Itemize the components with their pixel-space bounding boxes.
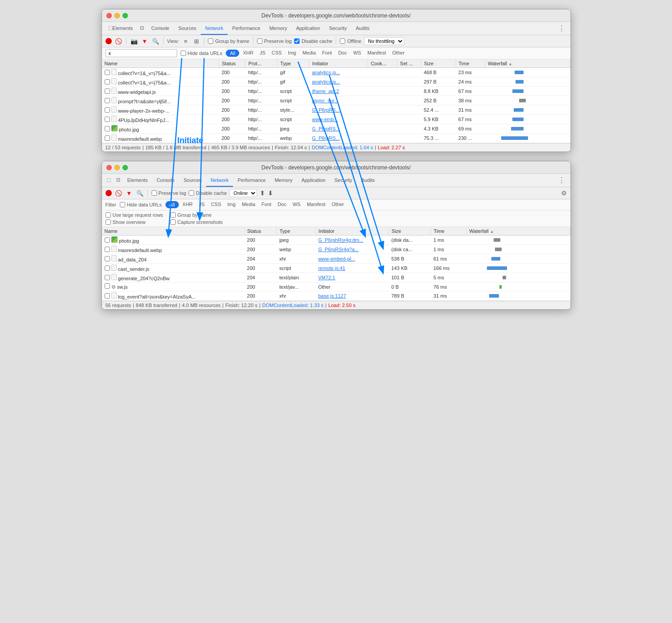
row-initiator[interactable]: VM72:1 — [316, 273, 389, 282]
row-initiator[interactable]: G_P6rpRS... — [309, 134, 368, 143]
filter-xhr-1[interactable]: XHR — [240, 50, 256, 57]
row-checkbox[interactable] — [105, 117, 110, 122]
filter-font-2[interactable]: Font — [259, 201, 274, 208]
hide-data-urls-checkbox-1[interactable] — [181, 51, 186, 56]
tab-sources-1[interactable]: Sources — [174, 22, 201, 35]
row-initiator[interactable]: G_P6rpRSr4g?a... — [316, 245, 389, 254]
download-icon-2[interactable]: ⬇ — [268, 189, 273, 197]
row-checkbox[interactable] — [105, 70, 110, 75]
col2-status[interactable]: Status — [244, 227, 276, 236]
tab-console-1[interactable]: Console — [147, 22, 173, 35]
filter-other-1[interactable]: Other — [389, 50, 407, 57]
filter-all-2[interactable]: All — [165, 201, 179, 208]
filter-img-1[interactable]: Img — [285, 50, 299, 57]
table-row[interactable]: collect?v=1&_v=j75&a... 200 http/... gif… — [102, 68, 571, 77]
filter-other-2[interactable]: Other — [329, 201, 347, 208]
filter-all-1[interactable]: All — [226, 50, 239, 57]
table-row[interactable]: ad_data_204 204 xhr www-embed-pl... 538 … — [102, 254, 571, 264]
filter-img-2[interactable]: Img — [225, 201, 238, 208]
large-rows-checkbox[interactable] — [106, 212, 111, 218]
tab-audits-2[interactable]: Audits — [357, 174, 380, 187]
tab-memory-2[interactable]: Memory — [270, 174, 297, 187]
row-initiator[interactable]: analytics.js... — [309, 68, 368, 77]
row-initiator[interactable]: analytics.js... — [309, 77, 368, 87]
tab-console-2[interactable]: Console — [152, 174, 179, 187]
tabs-more-2[interactable]: ⋮ — [554, 176, 569, 185]
row-initiator[interactable]: remote.js:41 — [316, 264, 389, 273]
col-name-1[interactable]: Name — [102, 59, 219, 68]
tab-memory-1[interactable]: Memory — [265, 22, 292, 35]
row-checkbox[interactable] — [105, 107, 110, 113]
col-status-1[interactable]: Status — [219, 59, 245, 68]
minimize-button-2[interactable] — [114, 165, 120, 170]
table-row[interactable]: ⚙ sw.js 200 text/jav... Other 0 B 76 ms — [102, 282, 571, 291]
tab-network-1[interactable]: Network — [201, 22, 228, 35]
row-checkbox[interactable] — [105, 247, 110, 252]
filter-doc-2[interactable]: Doc — [275, 201, 289, 208]
col-time-1[interactable]: Time — [456, 59, 485, 68]
table-row[interactable]: prompt?t=a&site=ylj5if... 200 http/... s… — [102, 96, 571, 105]
filter-css-2[interactable]: CSS — [208, 201, 224, 208]
table-row[interactable]: 4PUpJpDdHqrNlnFpJ... 200 http/... script… — [102, 115, 571, 124]
row-checkbox[interactable] — [105, 275, 110, 280]
row-initiator[interactable]: G_P6rphRsr4g:dm... — [316, 236, 389, 245]
filter-js-1[interactable]: JS — [257, 50, 268, 57]
stop-button-1[interactable]: 🚫 — [114, 37, 123, 45]
col-waterfall-1[interactable]: Waterfall ▲ — [485, 59, 571, 68]
table-row[interactable]: maxresdefault.webp 200 webp G_P6rpRSr4g?… — [102, 245, 571, 254]
throttle-select-1[interactable]: No throttling — [364, 37, 404, 45]
row-checkbox[interactable] — [105, 293, 110, 299]
row-initiator[interactable]: async_sur... — [309, 96, 368, 105]
tab-performance-2[interactable]: Performance — [233, 174, 270, 187]
record-button-1[interactable] — [106, 38, 112, 44]
row-checkbox[interactable] — [105, 88, 110, 94]
filter-ws-2[interactable]: WS — [290, 201, 303, 208]
maximize-button-2[interactable] — [123, 165, 128, 170]
tab-inspector-icon-2[interactable]: ⊡ — [114, 174, 123, 187]
group-by-frame-checkbox-1[interactable] — [208, 38, 213, 44]
search-button-2[interactable]: 🔍 — [136, 189, 144, 197]
search-input-1[interactable] — [106, 49, 177, 57]
tab-security-2[interactable]: Security — [330, 174, 357, 187]
table-row[interactable]: log_event?alt=json&key=AIzaSyA... 200 xh… — [102, 291, 571, 301]
preserve-log-checkbox-1[interactable] — [257, 38, 262, 44]
table-row[interactable]: www-widgetapi.js 200 http/... script ifr… — [102, 87, 571, 96]
table-row[interactable]: cast_sender.js 200 script remote.js:41 1… — [102, 264, 571, 273]
col-cookies-1[interactable]: Cook... — [368, 59, 397, 68]
filter-css-1[interactable]: CSS — [269, 50, 284, 57]
tab-application-2[interactable]: Application — [297, 174, 330, 187]
row-initiator[interactable]: Other — [316, 282, 389, 291]
row-checkbox[interactable] — [105, 265, 110, 271]
row-checkbox[interactable] — [105, 256, 110, 261]
filter-button-2[interactable]: ▼ — [125, 189, 133, 197]
close-button-1[interactable] — [106, 13, 112, 18]
filter-js-2[interactable]: JS — [196, 201, 207, 208]
col-protocol-1[interactable]: Prot... — [245, 59, 277, 68]
filter-button-1[interactable]: ▼ — [141, 37, 149, 45]
tab-application-1[interactable]: Application — [292, 22, 325, 35]
filter-font-1[interactable]: Font — [319, 50, 334, 57]
col-size-1[interactable]: Size — [421, 59, 456, 68]
col2-size[interactable]: Size — [389, 227, 431, 236]
group-by-frame-checkbox-2[interactable] — [170, 212, 176, 218]
row-initiator[interactable]: G_P6rpRS... — [309, 124, 368, 134]
table-row[interactable]: photo.jpg 200 jpeg G_P6rphRsr4g:dm... (d… — [102, 236, 571, 245]
view-waterfall-icon[interactable]: ⊞ — [192, 37, 200, 45]
show-overview-checkbox[interactable] — [106, 219, 111, 225]
col-set-1[interactable]: Set ... — [397, 59, 421, 68]
maximize-button-1[interactable] — [123, 13, 128, 18]
filter-ws-1[interactable]: WS — [351, 50, 364, 57]
row-checkbox[interactable] — [105, 283, 110, 289]
tab-sources-2[interactable]: Sources — [179, 174, 206, 187]
capture-screenshots-checkbox[interactable] — [170, 219, 176, 225]
row-initiator[interactable]: G_P6rpRS... — [309, 105, 368, 115]
filter-media-2[interactable]: Media — [239, 201, 258, 208]
row-checkbox[interactable] — [105, 135, 110, 141]
tab-inspector-icon[interactable]: ⊡ — [137, 22, 147, 35]
table-row[interactable]: maxresdefault.webp 200 http/... webp G_P… — [102, 134, 571, 143]
row-initiator[interactable]: base.js:1127 — [316, 291, 389, 301]
tab-performance-1[interactable]: Performance — [228, 22, 265, 35]
filter-manifest-1[interactable]: Manifest — [365, 50, 389, 57]
filter-media-1[interactable]: Media — [300, 50, 318, 57]
tab-elements-2[interactable]: Elements — [123, 174, 152, 187]
